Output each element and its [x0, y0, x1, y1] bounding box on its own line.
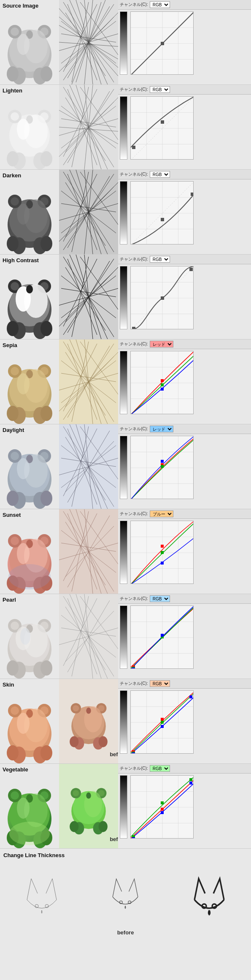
high-contrast-animal: [0, 255, 59, 339]
section-lighten: Lighten: [0, 85, 251, 170]
vegetable-curve-area: [130, 775, 194, 839]
svg-rect-173: [132, 327, 135, 329]
svg-rect-296: [161, 562, 164, 565]
sunset-label: Sunset: [2, 512, 22, 518]
svg-point-269: [17, 543, 30, 564]
svg-rect-415: [161, 808, 164, 811]
svg-rect-174: [189, 268, 193, 271]
svg-point-260: [11, 537, 19, 545]
daylight-channel-label: チャンネル(C):: [120, 426, 148, 432]
daylight-sketch-col: [59, 424, 118, 509]
source-curve-svg: [131, 12, 194, 75]
high-contrast-curve-col: チャンネル(C): RGB: [118, 255, 251, 339]
sepia-curve-col: チャンネル(C): レッド: [118, 339, 251, 424]
skin-curve-header: チャンネル(C): RGB: [118, 679, 251, 689]
svg-rect-90: [132, 146, 135, 149]
section-source: Source Image: [0, 0, 251, 85]
svg-rect-295: [161, 551, 164, 554]
pearl-sketch: [59, 594, 118, 679]
source-channel-select[interactable]: RGB: [150, 1, 170, 8]
pearl-image-col: [0, 594, 59, 679]
svg-point-403: [70, 821, 78, 832]
pearl-curve-panel: チャンネル(C): RGB: [118, 594, 251, 679]
vegetable-channel-select[interactable]: RGB: [150, 765, 170, 772]
svg-rect-338: [132, 668, 135, 669]
vegetable-channel-label: チャンネル(C):: [120, 766, 148, 771]
section-skin: Skin: [0, 679, 251, 764]
svg-point-310: [20, 628, 30, 645]
darken-channel-select[interactable]: RGB: [150, 171, 170, 178]
sepia-animal: [0, 339, 59, 424]
sunset-channel-label: チャンネル(C):: [120, 511, 148, 517]
vegetable-image-col: [0, 764, 59, 848]
darken-animal: [0, 170, 59, 254]
sunset-curve-col: チャンネル(C): ブルー: [118, 509, 251, 594]
sunset-sketch: [59, 509, 118, 594]
skin-curve-area: [130, 690, 194, 754]
svg-rect-132: [191, 193, 194, 196]
skin-sketch-col: before: [59, 679, 118, 763]
darken-label: Darken: [2, 172, 22, 179]
pearl-animal: [0, 594, 59, 679]
sunset-gradient-bar: [120, 521, 127, 584]
source-curve-header: チャンネル(C): RGB: [118, 0, 251, 10]
section-vegetable: Vegetable: [0, 764, 251, 849]
sepia-gradient-bar: [120, 351, 127, 414]
svg-rect-374: [161, 718, 164, 721]
sunset-sketch-col: [59, 509, 118, 594]
lighten-channel-select[interactable]: RGB: [150, 86, 170, 93]
high-contrast-sketch: [59, 255, 118, 339]
svg-point-50: [11, 112, 19, 121]
daylight-curve-area: [130, 436, 194, 499]
pearl-curve-col: チャンネル(C): RGB: [118, 594, 251, 679]
vegetable-animal: [0, 764, 59, 848]
sunset-curve-panel: チャンネル(C): ブルー: [118, 509, 251, 594]
svg-point-306: [7, 660, 19, 676]
svg-point-100: [7, 236, 19, 251]
svg-point-300: [11, 622, 19, 630]
sepia-curve-header: チャンネル(C): レッド: [118, 339, 251, 349]
high-contrast-label: High Contrast: [2, 257, 40, 263]
sepia-channel-select[interactable]: レッド: [150, 341, 173, 347]
daylight-sketch: [59, 424, 118, 509]
svg-point-12: [17, 34, 30, 55]
skin-3d-before: [63, 685, 114, 750]
sepia-curve-area: [130, 351, 194, 414]
svg-point-56: [7, 151, 19, 166]
daylight-animal: [0, 424, 59, 509]
skin-curve-col: チャンネル(C): RGB: [118, 679, 251, 763]
daylight-channel-select[interactable]: レッド: [150, 426, 173, 432]
svg-rect-420: [189, 778, 192, 781]
svg-point-220: [11, 452, 19, 460]
vegetable-gradient-bar: [120, 775, 127, 839]
svg-point-3: [11, 27, 19, 36]
darken-curve-svg: [131, 182, 194, 244]
skin-channel-select[interactable]: RGB: [150, 680, 170, 687]
clt-medium-col: before: [84, 860, 167, 944]
svg-point-349: [7, 745, 19, 760]
lighten-channel-label: チャンネル(C):: [120, 87, 148, 92]
daylight-gradient-bar: [120, 436, 127, 499]
skin-before-label: before: [110, 751, 118, 757]
daylight-curve-header: チャンネル(C): レッド: [118, 424, 251, 434]
svg-rect-379: [189, 695, 192, 698]
high-contrast-channel-select[interactable]: RGB: [150, 256, 170, 263]
sunset-channel-select[interactable]: ブルー: [150, 510, 173, 517]
source-animal: [0, 0, 59, 84]
pearl-channel-select[interactable]: RGB: [150, 595, 170, 602]
svg-point-136: [11, 282, 19, 290]
lighten-label: Lighten: [2, 87, 23, 94]
svg-point-383: [11, 791, 19, 800]
svg-point-184: [7, 406, 19, 421]
pearl-sketch-col: [59, 594, 118, 679]
high-contrast-curve-area: [130, 266, 194, 329]
darken-channel-label: チャンネル(C):: [120, 171, 148, 177]
svg-rect-216: [161, 388, 164, 391]
svg-rect-339: [161, 634, 164, 637]
svg-point-427: [212, 904, 216, 908]
svg-point-143: [7, 321, 19, 336]
lighten-curve-panel: チャンネル(C): RGB: [118, 85, 251, 169]
svg-point-404: [99, 821, 108, 832]
clt-thick-cat: [188, 866, 230, 938]
lighten-image-col: [0, 85, 59, 169]
